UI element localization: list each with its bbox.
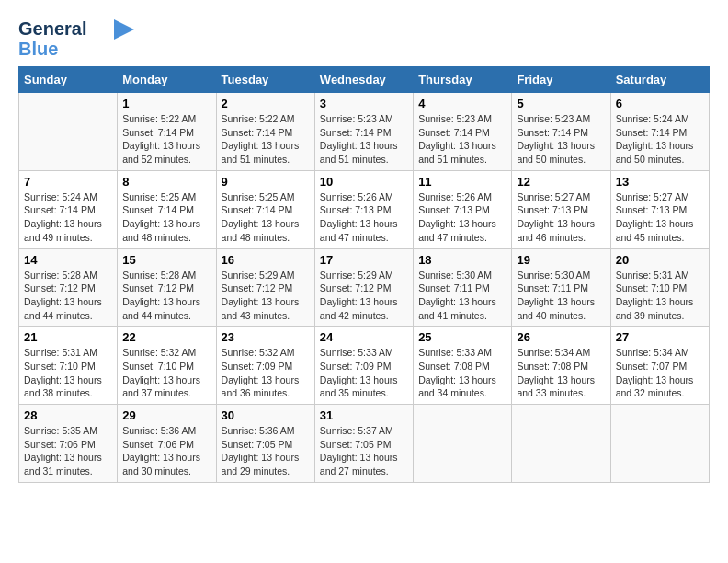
day-info: Sunrise: 5:32 AMSunset: 7:10 PMDaylight:… bbox=[122, 346, 210, 400]
day-number: 11 bbox=[418, 175, 506, 189]
calendar-cell: 16 Sunrise: 5:29 AMSunset: 7:12 PMDaylig… bbox=[216, 248, 314, 327]
calendar-cell bbox=[610, 405, 709, 483]
logo-blue: Blue bbox=[18, 39, 58, 59]
day-info: Sunrise: 5:23 AMSunset: 7:14 PMDaylight:… bbox=[517, 112, 605, 167]
day-info: Sunrise: 5:36 AMSunset: 7:05 PMDaylight:… bbox=[222, 424, 310, 478]
calendar-table: SundayMondayTuesdayWednesdayThursdayFrid… bbox=[18, 66, 710, 483]
day-header-sunday: Sunday bbox=[19, 67, 118, 93]
day-info: Sunrise: 5:27 AMSunset: 7:13 PMDaylight:… bbox=[616, 190, 704, 245]
week-row-4: 21 Sunrise: 5:31 AMSunset: 7:10 PMDaylig… bbox=[19, 327, 710, 405]
logo-general: General bbox=[18, 18, 86, 39]
day-number: 23 bbox=[222, 330, 310, 344]
calendar-cell: 26 Sunrise: 5:34 AMSunset: 7:08 PMDaylig… bbox=[512, 327, 610, 405]
day-number: 16 bbox=[222, 253, 310, 267]
calendar-cell: 9 Sunrise: 5:25 AMSunset: 7:14 PMDayligh… bbox=[216, 170, 314, 248]
day-info: Sunrise: 5:25 AMSunset: 7:14 PMDaylight:… bbox=[122, 190, 210, 245]
day-number: 22 bbox=[122, 330, 210, 344]
calendar-cell: 7 Sunrise: 5:24 AMSunset: 7:14 PMDayligh… bbox=[19, 170, 118, 248]
day-info: Sunrise: 5:25 AMSunset: 7:14 PMDaylight:… bbox=[222, 190, 310, 245]
day-number: 19 bbox=[517, 253, 605, 267]
calendar-cell: 22 Sunrise: 5:32 AMSunset: 7:10 PMDaylig… bbox=[118, 327, 216, 405]
svg-marker-0 bbox=[114, 19, 134, 40]
calendar-cell: 20 Sunrise: 5:31 AMSunset: 7:10 PMDaylig… bbox=[610, 248, 709, 327]
day-number: 14 bbox=[24, 253, 112, 267]
day-header-monday: Monday bbox=[118, 67, 216, 93]
day-info: Sunrise: 5:24 AMSunset: 7:14 PMDaylight:… bbox=[616, 112, 704, 167]
calendar-cell: 15 Sunrise: 5:28 AMSunset: 7:12 PMDaylig… bbox=[118, 248, 216, 327]
calendar-cell: 13 Sunrise: 5:27 AMSunset: 7:13 PMDaylig… bbox=[610, 170, 709, 248]
day-info: Sunrise: 5:26 AMSunset: 7:13 PMDaylight:… bbox=[418, 190, 506, 245]
day-number: 18 bbox=[418, 253, 506, 267]
day-info: Sunrise: 5:24 AMSunset: 7:14 PMDaylight:… bbox=[24, 190, 112, 245]
day-info: Sunrise: 5:31 AMSunset: 7:10 PMDaylight:… bbox=[616, 269, 704, 323]
week-row-1: 1 Sunrise: 5:22 AMSunset: 7:14 PMDayligh… bbox=[19, 93, 710, 171]
day-info: Sunrise: 5:23 AMSunset: 7:14 PMDaylight:… bbox=[418, 112, 506, 167]
day-info: Sunrise: 5:30 AMSunset: 7:11 PMDaylight:… bbox=[517, 269, 605, 323]
day-info: Sunrise: 5:33 AMSunset: 7:09 PMDaylight:… bbox=[320, 346, 408, 400]
day-number: 3 bbox=[320, 97, 408, 110]
calendar-cell: 31 Sunrise: 5:37 AMSunset: 7:05 PMDaylig… bbox=[314, 405, 413, 483]
week-row-2: 7 Sunrise: 5:24 AMSunset: 7:14 PMDayligh… bbox=[19, 170, 710, 248]
calendar-cell: 21 Sunrise: 5:31 AMSunset: 7:10 PMDaylig… bbox=[19, 327, 118, 405]
day-info: Sunrise: 5:32 AMSunset: 7:09 PMDaylight:… bbox=[222, 346, 310, 400]
calendar-cell bbox=[414, 405, 512, 483]
day-number: 4 bbox=[418, 97, 506, 110]
day-info: Sunrise: 5:37 AMSunset: 7:05 PMDaylight:… bbox=[320, 424, 408, 478]
day-number: 7 bbox=[24, 175, 112, 189]
calendar-cell bbox=[512, 405, 610, 483]
day-info: Sunrise: 5:22 AMSunset: 7:14 PMDaylight:… bbox=[222, 112, 310, 167]
day-info: Sunrise: 5:28 AMSunset: 7:12 PMDaylight:… bbox=[122, 269, 210, 323]
calendar-cell: 8 Sunrise: 5:25 AMSunset: 7:14 PMDayligh… bbox=[118, 170, 216, 248]
day-info: Sunrise: 5:22 AMSunset: 7:14 PMDaylight:… bbox=[122, 112, 210, 167]
calendar-cell: 6 Sunrise: 5:24 AMSunset: 7:14 PMDayligh… bbox=[610, 93, 709, 171]
day-info: Sunrise: 5:26 AMSunset: 7:13 PMDaylight:… bbox=[320, 190, 408, 245]
day-header-thursday: Thursday bbox=[414, 67, 512, 93]
week-row-3: 14 Sunrise: 5:28 AMSunset: 7:12 PMDaylig… bbox=[19, 248, 710, 327]
day-header-saturday: Saturday bbox=[610, 67, 709, 93]
day-number: 5 bbox=[517, 97, 605, 110]
calendar-cell bbox=[19, 93, 118, 171]
day-info: Sunrise: 5:27 AMSunset: 7:13 PMDaylight:… bbox=[517, 190, 605, 245]
calendar-cell: 23 Sunrise: 5:32 AMSunset: 7:09 PMDaylig… bbox=[216, 327, 314, 405]
day-number: 2 bbox=[222, 97, 310, 110]
calendar-cell: 18 Sunrise: 5:30 AMSunset: 7:11 PMDaylig… bbox=[414, 248, 512, 327]
day-number: 28 bbox=[24, 408, 112, 422]
calendar-cell: 11 Sunrise: 5:26 AMSunset: 7:13 PMDaylig… bbox=[414, 170, 512, 248]
calendar-cell: 12 Sunrise: 5:27 AMSunset: 7:13 PMDaylig… bbox=[512, 170, 610, 248]
day-header-wednesday: Wednesday bbox=[314, 67, 413, 93]
day-number: 17 bbox=[320, 253, 408, 267]
calendar-cell: 25 Sunrise: 5:33 AMSunset: 7:08 PMDaylig… bbox=[414, 327, 512, 405]
day-info: Sunrise: 5:23 AMSunset: 7:14 PMDaylight:… bbox=[320, 112, 408, 167]
calendar-cell: 4 Sunrise: 5:23 AMSunset: 7:14 PMDayligh… bbox=[414, 93, 512, 171]
day-number: 21 bbox=[24, 330, 112, 344]
day-number: 13 bbox=[616, 175, 704, 189]
calendar-cell: 24 Sunrise: 5:33 AMSunset: 7:09 PMDaylig… bbox=[314, 327, 413, 405]
day-info: Sunrise: 5:31 AMSunset: 7:10 PMDaylight:… bbox=[24, 346, 112, 400]
day-number: 10 bbox=[320, 175, 408, 189]
calendar-cell: 2 Sunrise: 5:22 AMSunset: 7:14 PMDayligh… bbox=[216, 93, 314, 171]
calendar-cell: 19 Sunrise: 5:30 AMSunset: 7:11 PMDaylig… bbox=[512, 248, 610, 327]
day-info: Sunrise: 5:29 AMSunset: 7:12 PMDaylight:… bbox=[320, 269, 408, 323]
calendar-cell: 10 Sunrise: 5:26 AMSunset: 7:13 PMDaylig… bbox=[314, 170, 413, 248]
day-info: Sunrise: 5:33 AMSunset: 7:08 PMDaylight:… bbox=[418, 346, 506, 400]
calendar-cell: 28 Sunrise: 5:35 AMSunset: 7:06 PMDaylig… bbox=[19, 405, 118, 483]
day-number: 30 bbox=[222, 408, 310, 422]
calendar-cell: 1 Sunrise: 5:22 AMSunset: 7:14 PMDayligh… bbox=[118, 93, 216, 171]
day-info: Sunrise: 5:35 AMSunset: 7:06 PMDaylight:… bbox=[24, 424, 112, 478]
day-info: Sunrise: 5:36 AMSunset: 7:06 PMDaylight:… bbox=[122, 424, 210, 478]
day-number: 8 bbox=[122, 175, 210, 189]
day-info: Sunrise: 5:30 AMSunset: 7:11 PMDaylight:… bbox=[418, 269, 506, 323]
day-number: 26 bbox=[517, 330, 605, 344]
day-info: Sunrise: 5:34 AMSunset: 7:07 PMDaylight:… bbox=[616, 346, 704, 400]
week-row-5: 28 Sunrise: 5:35 AMSunset: 7:06 PMDaylig… bbox=[19, 405, 710, 483]
day-number: 20 bbox=[616, 253, 704, 267]
day-number: 1 bbox=[122, 97, 210, 110]
calendar-cell: 14 Sunrise: 5:28 AMSunset: 7:12 PMDaylig… bbox=[19, 248, 118, 327]
day-number: 25 bbox=[418, 330, 506, 344]
calendar-cell: 30 Sunrise: 5:36 AMSunset: 7:05 PMDaylig… bbox=[216, 405, 314, 483]
logo-arrow-icon bbox=[114, 19, 134, 40]
day-number: 9 bbox=[222, 175, 310, 189]
day-number: 6 bbox=[616, 97, 704, 110]
day-number: 29 bbox=[122, 408, 210, 422]
day-number: 27 bbox=[616, 330, 704, 344]
